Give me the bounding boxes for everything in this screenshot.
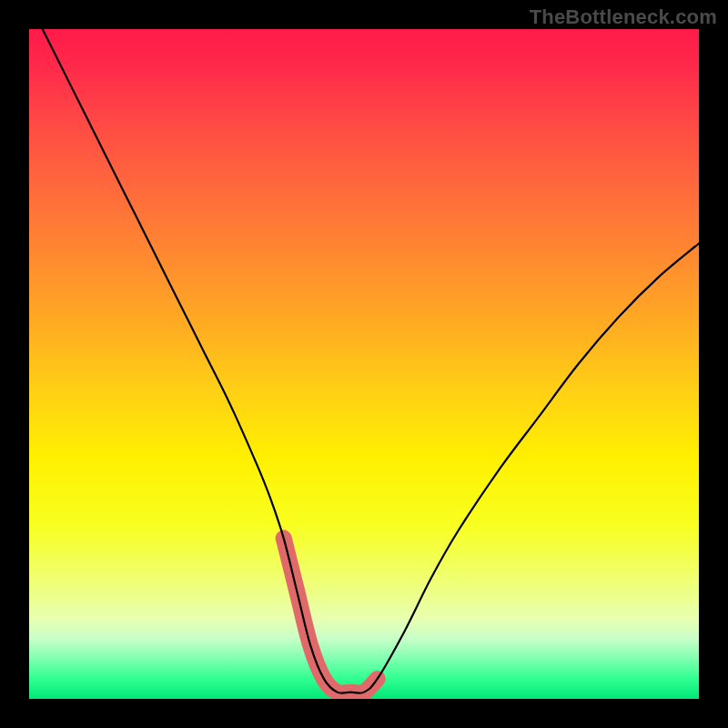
main-curve xyxy=(43,29,699,693)
plot-area xyxy=(29,29,699,699)
highlight-segment xyxy=(284,538,378,693)
curve-svg xyxy=(29,29,699,699)
chart-container: TheBottleneck.com xyxy=(0,0,728,728)
watermark-text: TheBottleneck.com xyxy=(530,5,717,29)
